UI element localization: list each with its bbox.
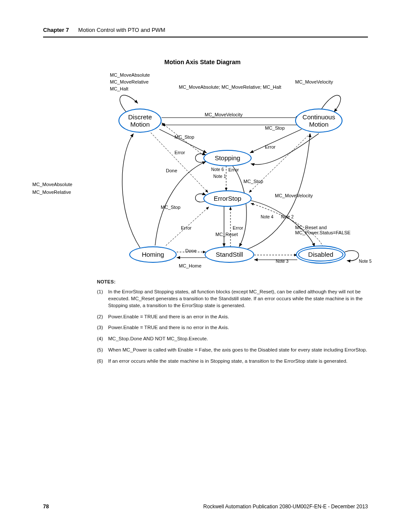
state-diagram: Discrete Motion Continuous Motion Stoppi… — [95, 69, 379, 276]
label-mc-stop-2: MC_Stop — [243, 179, 263, 184]
label-error-2: Error — [265, 144, 275, 149]
label-discrete-self-1: MC_MoveAbsolute — [110, 72, 150, 78]
note-item: If an error occurs while the state machi… — [97, 358, 373, 365]
label-homing-side-1: MC_MoveAbsolute — [32, 182, 72, 187]
page-number: 78 — [43, 504, 49, 510]
state-homing: Homing — [129, 246, 177, 263]
label-note3: Note 3 — [276, 259, 288, 264]
page-footer: 78 Rockwell Automation Publication 2080-… — [43, 504, 368, 510]
label-homing-side-2: MC_MoveRelative — [32, 190, 71, 195]
state-discrete-motion: Discrete Motion — [118, 109, 162, 133]
diagram-edges — [95, 69, 379, 276]
label-continuous-self: MC_MoveVelocity — [295, 79, 333, 84]
note-item: In the ErrorStop and Stopping states, al… — [97, 289, 373, 309]
state-disabled: Disabled — [296, 246, 346, 264]
label-note4: Note 4 — [261, 215, 273, 219]
state-continuous-motion: Continuous Motion — [295, 109, 342, 133]
label-mc-movevel-2: MC_MoveVelocity — [275, 193, 313, 198]
label-done-1: Done — [166, 168, 177, 173]
page-header: Chapter 7 Motion Control with PTO and PW… — [43, 27, 368, 37]
label-mc-reset: MC_Reset — [215, 232, 238, 237]
note-item: When MC_Power is called with Enable = Fa… — [97, 347, 373, 354]
state-standstill: StandStill — [205, 246, 254, 263]
label-note2: Note 2 — [281, 215, 293, 219]
label-error-4: Error — [233, 225, 243, 230]
label-mc-home: MC_Home — [179, 263, 202, 268]
label-mc-stop-left: MC_Stop — [174, 134, 194, 140]
label-discrete-self-3: MC_Halt — [110, 86, 128, 91]
state-errorstop: ErrorStop — [203, 190, 252, 207]
label-error-1: Error — [174, 150, 185, 155]
notes-block: NOTES: In the ErrorStop and Stopping sta… — [97, 279, 373, 369]
label-note5: Note 5 — [359, 259, 371, 264]
label-mc-stop-1: MC_Stop — [265, 125, 285, 131]
label-mc-reset-power: MC_Reset and MC_Power.Status=FALSE — [295, 225, 351, 235]
notes-list: In the ErrorStop and Stopping states, al… — [97, 289, 373, 365]
label-note6: Note 6 — [211, 167, 224, 172]
publication-info: Rockwell Automation Publication 2080-UM0… — [203, 504, 368, 510]
notes-heading: NOTES: — [97, 279, 373, 284]
note-item: Power.Enable = TRUE and there is an erro… — [97, 314, 373, 320]
chapter-title: Motion Control with PTO and PWM — [78, 27, 165, 33]
label-mc-stop-3: MC_Stop — [161, 205, 181, 210]
label-dc-to-cm: MC_MoveVelocity — [205, 112, 243, 117]
note-item: Power.Enable = TRUE and there is no erro… — [97, 324, 373, 331]
label-error-center: Error — [228, 167, 239, 172]
label-top-center: MC_MoveAbsolute; MC_MoveRelative; MC_Hal… — [179, 84, 281, 90]
chapter-label: Chapter 7 — [43, 27, 69, 33]
state-stopping: Stopping — [203, 150, 252, 166]
label-discrete-self-2: MC_MoveRelative — [110, 79, 149, 84]
note-item: MC_Stop.Done AND NOT MC_Stop.Execute. — [97, 336, 373, 342]
label-error-3: Error — [181, 225, 191, 230]
diagram-title: Motion Axis State Diagram — [151, 59, 254, 65]
label-note1: Note 1 — [213, 174, 226, 179]
label-done-2: Done — [185, 248, 196, 253]
